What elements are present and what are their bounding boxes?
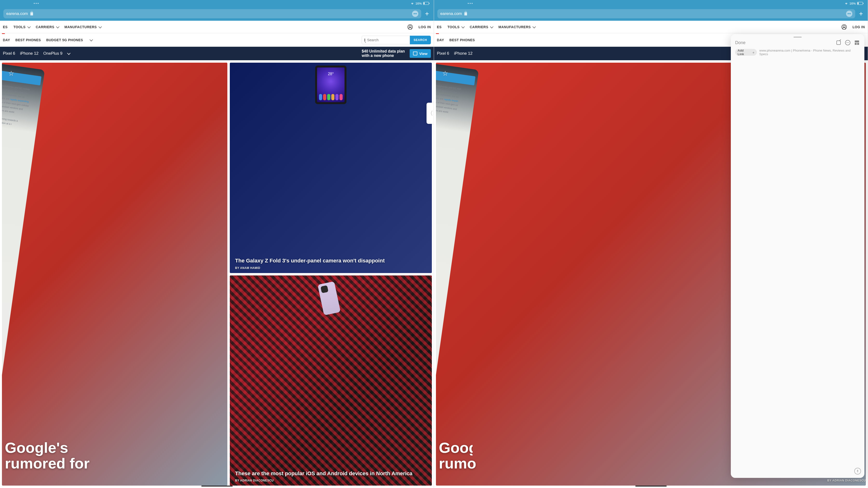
- new-tab-button[interactable]: +: [858, 10, 864, 17]
- card-title: The Galaxy Z Fold 3's under-panel camera…: [235, 258, 427, 264]
- card-author: BY ADRIAN DIACONESCU: [235, 479, 274, 482]
- nav-carriers[interactable]: CARRIERS: [470, 25, 493, 29]
- subnav-day[interactable]: DAY: [437, 38, 444, 42]
- chevron-down-icon: [490, 25, 494, 28]
- home-indicator[interactable]: [201, 486, 233, 487]
- drag-handle[interactable]: [794, 37, 802, 38]
- carousel-prev-button[interactable]: 〈: [427, 103, 434, 124]
- new-tab-button[interactable]: +: [424, 10, 430, 17]
- promo-pixel[interactable]: Pixel 6: [3, 51, 15, 56]
- nav-tools[interactable]: TOOLS: [447, 25, 464, 29]
- nav-manufacturers[interactable]: MANUFACTURERS: [498, 25, 535, 29]
- page-actions-icon[interactable]: •••: [846, 10, 852, 17]
- chevron-down-icon[interactable]: [67, 52, 70, 55]
- status-bar: 16%: [434, 0, 868, 7]
- multitask-dots-icon: [468, 3, 472, 4]
- lock-icon: [30, 12, 33, 15]
- hero-phone-mock-text: n 5G smartphones and 5G mobile works got…: [2, 83, 38, 129]
- chevron-down-icon[interactable]: [90, 38, 93, 41]
- promo-iphone[interactable]: iPhone 12: [20, 51, 38, 56]
- promo-oneplus[interactable]: OnePlus 9: [43, 51, 62, 56]
- promo-iphone[interactable]: iPhone 12: [454, 51, 472, 56]
- active-tab-indicator: [2, 33, 5, 34]
- subnav-day[interactable]: DAY: [3, 38, 10, 42]
- chevron-down-icon: [99, 25, 102, 28]
- quick-note-panel: Done ••• Add Link + www.phonearena.com |…: [731, 34, 864, 478]
- safari-compass-icon[interactable]: [854, 468, 861, 475]
- nav-es[interactable]: ES: [3, 25, 8, 29]
- card-title: These are the most popular iOS and Andro…: [235, 470, 427, 477]
- battery-percent: 16%: [415, 2, 422, 5]
- subnav-budget-5g[interactable]: BUDGET 5G PHONES: [46, 38, 83, 42]
- lock-icon: [464, 12, 467, 15]
- subnav-best-phones[interactable]: BEST PHONES: [450, 38, 475, 42]
- sub-nav: DAY BEST PHONES BUDGET 5G PHONES SEARCH: [0, 33, 434, 47]
- done-button[interactable]: Done: [735, 40, 745, 45]
- search-button[interactable]: SEARCH: [410, 36, 431, 44]
- search-icon: [364, 38, 365, 42]
- chevron-down-icon: [56, 25, 60, 28]
- compose-icon[interactable]: [835, 39, 842, 46]
- chevron-down-icon: [27, 25, 31, 28]
- more-icon[interactable]: •••: [845, 39, 851, 46]
- status-bar: 16%: [0, 0, 434, 7]
- person-icon[interactable]: [407, 24, 413, 30]
- battery-percent: 16%: [849, 2, 856, 5]
- nav-carriers[interactable]: CARRIERS: [36, 25, 59, 29]
- card-author: BY ANAM HAMID: [235, 266, 260, 270]
- main-nav: ES TOOLS CARRIERS MANUFACTURERS LOG IN: [0, 21, 434, 33]
- hero-phone-mock-text: n 5G smartphones and 5G mot works got of…: [436, 83, 472, 117]
- hero-article[interactable]: n 5G smartphones and 5G mobile works got…: [2, 63, 227, 486]
- page-actions-icon[interactable]: •••: [412, 10, 418, 17]
- url-field[interactable]: earena.com •••: [3, 9, 421, 18]
- login-link[interactable]: LOG IN: [852, 25, 865, 29]
- tablet-mock-temp: 28°: [328, 72, 334, 76]
- main-nav: ES TOOLS CARRIERS MANUFACTURERS LOG IN: [434, 21, 868, 33]
- url-field[interactable]: earena.com •••: [437, 9, 855, 18]
- browser-toolbar: earena.com ••• +: [434, 7, 868, 21]
- promo-bar: Pixel 6 iPhone 12 OnePlus 9 $40 Unlimite…: [0, 47, 434, 60]
- star-icon: ☆: [442, 69, 448, 77]
- plus-icon: +: [752, 51, 755, 55]
- home-indicator[interactable]: [635, 486, 667, 487]
- url-text: earena.com: [440, 11, 462, 16]
- multitask-dots-icon: [34, 3, 38, 4]
- nav-manufacturers[interactable]: MANUFACTURERS: [64, 25, 101, 29]
- search-input[interactable]: [367, 38, 413, 42]
- browser-toolbar: earena.com ••• +: [0, 7, 434, 21]
- subnav-best-phones[interactable]: BEST PHONES: [16, 38, 41, 42]
- promo-view-button[interactable]: View: [410, 49, 431, 58]
- nav-tools[interactable]: TOOLS: [13, 25, 30, 29]
- star-icon: ☆: [8, 69, 14, 77]
- wifi-icon: [411, 2, 414, 5]
- battery-icon: [857, 2, 863, 5]
- chevron-down-icon: [461, 25, 465, 28]
- promo-deal-text: $40 Unlimited data plan with a new phone: [362, 49, 405, 58]
- promo-pixel[interactable]: Pixel 6: [437, 51, 449, 56]
- url-text: earena.com: [6, 11, 28, 16]
- active-tab-indicator: [436, 33, 439, 34]
- grid-view-icon[interactable]: [854, 39, 860, 46]
- hero-title: Google's rumored for: [5, 440, 224, 471]
- note-linked-url: www.phonearena.com | PhoneArena - Phone …: [759, 49, 860, 56]
- login-link[interactable]: LOG IN: [418, 25, 431, 29]
- wifi-icon: [845, 2, 848, 5]
- card-author: BY ADRIAN DIACONESCU: [827, 479, 866, 482]
- person-icon[interactable]: [841, 24, 847, 30]
- article-card-galaxy-fold[interactable]: 28° The Galaxy Z Fold 3's under-panel ca…: [230, 63, 432, 273]
- article-card-popular-devices[interactable]: These are the most popular iOS and Andro…: [230, 275, 432, 486]
- add-link-button[interactable]: Add Link +: [735, 49, 757, 56]
- note-body[interactable]: [731, 56, 864, 478]
- battery-icon: [423, 2, 429, 5]
- chevron-down-icon: [533, 25, 536, 28]
- cart-icon: [413, 52, 417, 56]
- nav-es[interactable]: ES: [437, 25, 442, 29]
- search-box[interactable]: [362, 36, 410, 44]
